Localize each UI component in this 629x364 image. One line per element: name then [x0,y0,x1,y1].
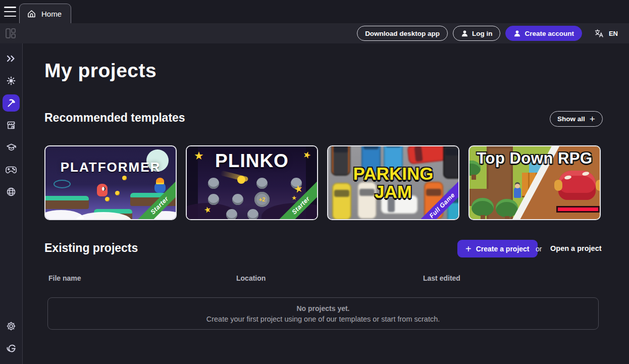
sun-spark-icon [6,76,16,86]
sidebar-expand-button[interactable] [3,50,20,67]
template-cards-row: PLATFORMER Starter [44,145,601,220]
plus-icon: + [590,114,595,124]
coin-decoration [105,197,110,201]
main-menu-button[interactable] [4,7,16,17]
template-title-line2: JAM [328,183,458,200]
sidebar-item-build[interactable] [3,94,20,112]
or-text: or [536,245,542,253]
existing-projects-heading: Existing projects [44,241,138,255]
player-character-decoration [97,184,108,196]
show-all-label: Show all [557,115,585,123]
translate-icon [594,28,604,38]
column-header-location: Location [236,274,266,282]
gamepad-icon [6,166,17,174]
sidebar-item-preferences[interactable] [3,318,20,335]
platform-decoration [44,196,89,209]
template-card-parking-jam[interactable]: PARKING JAM Full Game [327,145,459,220]
peg-decoration [226,209,237,220]
coin-decoration [115,191,120,195]
tab-bar: Home [0,0,629,23]
character-decoration [514,188,521,198]
main-content: My projects Recommended templates Show a… [23,43,629,364]
toolbar-right-group: Download desktop app Log in Create accou… [357,23,618,43]
double-chevron-right-icon [6,54,17,63]
sidebar-item-learn[interactable] [3,139,20,156]
tab-home[interactable]: Home [19,4,71,23]
health-bar-decoration [556,206,600,213]
sidebar-item-community[interactable] [3,183,20,200]
login-button[interactable]: Log in [453,26,501,41]
sidebar-item-about[interactable] [3,340,20,357]
peg-decoration [247,209,258,220]
download-desktop-app-label: Download desktop app [365,30,440,37]
peg-decoration [256,178,268,189]
peg-decoration [208,194,219,205]
template-card-plinko[interactable]: PLINKO +2 ★ ★ ★ ★ ★ ★ Starter [186,145,318,220]
template-title: PLINKO [187,150,317,172]
hamburger-bar [4,16,16,17]
language-selector[interactable]: EN [594,28,618,38]
page-title: My projects [44,60,156,82]
empty-state-subtitle: Create your first project using one of o… [206,315,440,323]
gdevelop-home-window: Home Download desktop app Log in [0,0,629,364]
gdevelop-logo-icon [6,343,17,353]
storefront-icon [6,120,16,130]
recommended-templates-heading: Recommended templates [44,111,185,125]
graduation-cap-icon [6,142,17,152]
empty-state-title: No projects yet. [296,304,349,313]
show-all-button[interactable]: Show all + [550,111,603,127]
person-icon [461,30,468,37]
empty-projects-panel: No projects yet. Create your first proje… [47,297,599,330]
open-project-button[interactable]: Open a project [550,244,602,252]
create-account-label: Create account [525,30,574,37]
peg-decoration [232,194,243,205]
peg-decoration [208,178,219,189]
fire-enemy-decoration [154,183,166,193]
hamburger-bar [4,11,16,13]
star-decoration: ★ [293,183,304,194]
tree-decoration [471,198,494,216]
create-account-button[interactable]: Create account [505,26,582,41]
person-icon [513,30,521,37]
sidebar-item-play[interactable] [3,161,20,178]
template-title-line1: PARKING [328,165,458,182]
car-decoration [407,145,446,165]
toolbar: Download desktop app Log in Create accou… [0,23,629,43]
bonus-peg: +2 [254,192,270,207]
login-label: Log in [472,30,493,37]
sidebar-item-shop[interactable] [3,117,20,134]
pickaxe-icon [6,98,16,108]
plus-icon: + [465,244,471,254]
template-card-platformer[interactable]: PLATFORMER Starter [44,145,177,220]
star-decoration: ★ [291,195,297,201]
frog-boss-decoration [558,171,596,200]
template-card-top-down-rpg[interactable]: Top Down RPG [468,145,601,220]
project-manager-icon[interactable] [5,27,17,39]
sidebar-item-get-started[interactable] [3,72,20,89]
template-title: Top Down RPG [469,149,600,168]
column-header-last-edited: Last edited [423,274,460,282]
coin-decoration [122,176,127,180]
eye-decoration [54,180,71,188]
globe-icon [6,187,16,197]
sidebar [0,43,23,364]
ball-decoration [237,176,245,184]
gear-icon [6,321,16,331]
column-header-file-name: File name [48,274,81,282]
download-desktop-app-button[interactable]: Download desktop app [357,26,448,41]
create-project-label: Create a project [476,245,530,253]
create-project-button[interactable]: + Create a project [457,240,538,257]
hamburger-bar [4,7,16,8]
language-label: EN [609,30,618,37]
template-title: PLATFORMER [45,160,176,175]
home-icon [27,9,36,19]
tab-home-label: Home [41,10,62,18]
tree-decoration [496,199,518,217]
